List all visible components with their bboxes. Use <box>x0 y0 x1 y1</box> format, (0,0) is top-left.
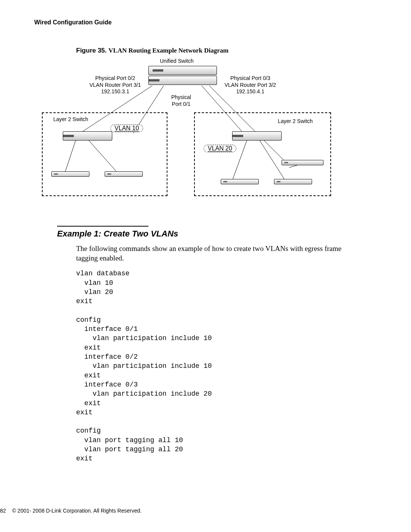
device-pc-right-2 <box>221 179 259 184</box>
figure-number: Figure 35. <box>76 47 108 54</box>
label-port-0-2: Physical Port 0/2 VLAN Router Port 3/1 1… <box>89 75 141 95</box>
running-head: Wired Configuration Guide <box>34 19 377 26</box>
device-l2-switch-left <box>63 131 112 141</box>
label-unified-switch: Unified Switch <box>160 58 194 65</box>
copyright-notice: © 2001- 2008 D-Link Corporation. All Rig… <box>12 508 142 514</box>
figure-title: VLAN Routing Example Network Diagram <box>108 47 228 54</box>
device-pc-left-2 <box>105 171 143 177</box>
page-number: 82 <box>0 508 11 514</box>
section-paragraph: The following commands show an example o… <box>76 244 350 263</box>
vlan10-box <box>42 112 167 196</box>
device-pc-right-1 <box>282 160 323 165</box>
device-pc-right-3 <box>274 179 312 184</box>
device-l2-switch-right <box>232 131 282 141</box>
label-l2-switch-left: Layer 2 Switch <box>53 116 88 123</box>
code-block: vlan database vlan 10 vlan 20 exit confi… <box>76 269 377 463</box>
label-port-0-1: Physical Port 0/1 <box>171 94 191 107</box>
label-port-0-3: Physical Port 0/3 VLAN Router Port 3/2 1… <box>225 75 276 95</box>
figure-caption: Figure 35. VLAN Routing Example Network … <box>76 47 377 54</box>
device-unified-switch-lower <box>148 76 217 85</box>
device-unified-switch <box>148 66 217 75</box>
tag-vlan10: VLAN 10 <box>110 125 143 132</box>
section-rule <box>57 226 148 227</box>
network-diagram: Unified Switch Physical Port 0/2 VLAN Ro… <box>42 59 331 219</box>
tag-vlan20: VLAN 20 <box>204 145 236 152</box>
device-pc-left-1 <box>51 171 89 177</box>
section-heading: Example 1: Create Two VLANs <box>57 229 377 239</box>
label-l2-switch-right: Layer 2 Switch <box>278 118 313 125</box>
page-footer: 82 © 2001- 2008 D-Link Corporation. All … <box>0 508 411 514</box>
